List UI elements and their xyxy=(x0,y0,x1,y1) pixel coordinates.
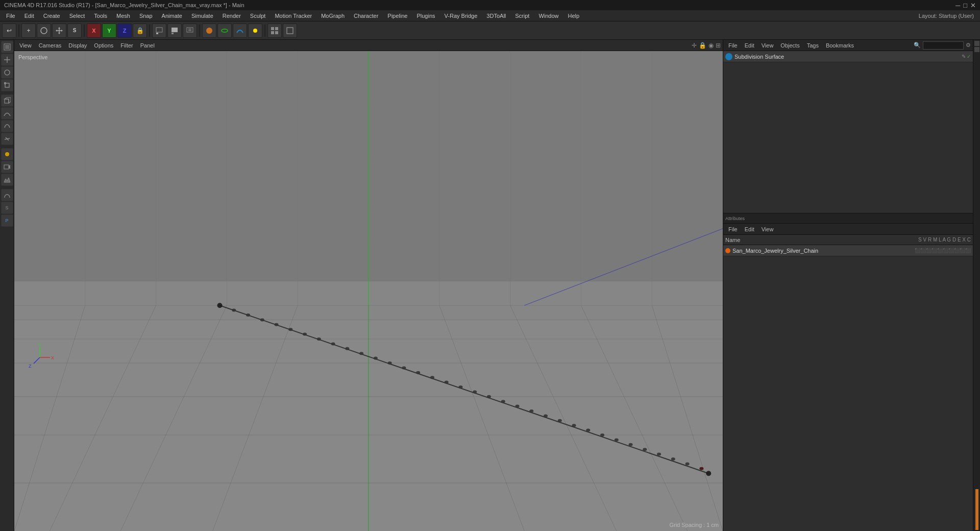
menu-vray-bridge[interactable]: V-Ray Bridge xyxy=(440,12,482,20)
vp-display-menu[interactable]: Display xyxy=(65,41,90,50)
svg-point-89 xyxy=(600,433,604,437)
menu-script[interactable]: Script xyxy=(511,12,533,20)
check-icon[interactable]: ✓ xyxy=(967,54,971,59)
sidebar-scale-tool[interactable] xyxy=(1,79,13,91)
sphere-btn[interactable] xyxy=(202,23,216,38)
attr-object-item[interactable]: San_Marco_Jewelry_Silver_Chain ⬛⬛⬛⬛⬛⬛⬛⬛⬛… xyxy=(723,245,973,256)
attr-edit-menu[interactable]: Edit xyxy=(742,225,757,233)
vp-filter-menu[interactable]: Filter xyxy=(117,41,136,50)
obj-icons-strip: ⬛⬛⬛⬛⬛⬛⬛⬛⬛⬛ xyxy=(915,248,971,253)
svg-point-8 xyxy=(206,28,212,34)
strip-btn-2[interactable] xyxy=(974,47,979,52)
strip-btn-1[interactable] xyxy=(974,41,979,46)
sidebar-rotate-tool[interactable] xyxy=(1,66,13,79)
subdivision-surface-item[interactable]: Subdivision Surface ✎ ✓ xyxy=(723,51,973,62)
menu-render[interactable]: Render xyxy=(218,12,245,20)
obj-bookmarks-menu[interactable]: Bookmarks xyxy=(823,41,857,50)
sidebar-terrain-btn[interactable] xyxy=(1,174,13,186)
menu-simulate[interactable]: Simulate xyxy=(187,12,217,20)
menu-3dtoall[interactable]: 3DToAll xyxy=(482,12,510,20)
menu-help[interactable]: Help xyxy=(564,12,584,20)
x-axis-btn[interactable]: X xyxy=(87,23,101,38)
vp-icon-lock[interactable]: 🔒 xyxy=(699,42,706,49)
viewport-canvas[interactable]: Perspective Grid Spacing : 1 cm xyxy=(14,51,723,531)
sidebar-light-btn[interactable] xyxy=(1,148,13,160)
layout-label: Layout: Startup (User) xyxy=(919,13,978,19)
vp-options-menu[interactable]: Options xyxy=(91,41,116,50)
sidebar-deform-btn[interactable] xyxy=(1,133,13,145)
close-btn[interactable]: ✕ xyxy=(970,2,976,9)
sidebar-camera-btn[interactable] xyxy=(1,161,13,173)
menu-character[interactable]: Character xyxy=(350,12,382,20)
menu-create[interactable]: Create xyxy=(39,12,64,20)
sidebar-select-tool[interactable] xyxy=(1,41,13,53)
vp-icon-layout[interactable]: ⊞ xyxy=(716,42,721,49)
new-scene-btn[interactable]: + xyxy=(21,23,36,38)
attr-view-menu[interactable]: View xyxy=(758,225,777,233)
attr-file-menu[interactable]: File xyxy=(725,225,741,233)
vp-icon-render[interactable]: ◉ xyxy=(708,42,714,49)
menu-window[interactable]: Window xyxy=(534,12,562,20)
obj-edit-menu[interactable]: Edit xyxy=(742,41,757,50)
sidebar-cube-btn[interactable] xyxy=(1,94,13,107)
viewport-svg: X Y Z xyxy=(14,51,723,531)
y-axis-btn[interactable]: Y xyxy=(102,23,116,38)
obj-btn[interactable] xyxy=(37,23,51,38)
edit-icon[interactable]: ✎ xyxy=(962,54,966,59)
menu-snap[interactable]: Snap xyxy=(135,12,157,20)
menu-edit[interactable]: Edit xyxy=(20,12,38,20)
lock-btn[interactable]: 🔒 xyxy=(133,23,147,38)
menu-plugins[interactable]: Plugins xyxy=(412,12,439,20)
torus-btn[interactable] xyxy=(217,23,232,38)
vp-view-menu[interactable]: View xyxy=(16,41,35,50)
view-mode-btn[interactable] xyxy=(267,23,282,38)
svg-point-90 xyxy=(615,438,619,441)
obj-view-menu[interactable]: View xyxy=(758,41,777,50)
render-settings-btn[interactable] xyxy=(183,23,197,38)
svg-point-79 xyxy=(458,385,462,389)
menu-mesh[interactable]: Mesh xyxy=(112,12,134,20)
menu-select[interactable]: Select xyxy=(65,12,89,20)
menu-animate[interactable]: Animate xyxy=(158,12,186,20)
vp-icon-crosshair[interactable]: ✛ xyxy=(692,42,697,49)
vp-cameras-menu[interactable]: Cameras xyxy=(36,41,65,50)
obj-objects-menu[interactable]: Objects xyxy=(777,41,802,50)
svg-point-86 xyxy=(558,419,562,422)
svg-text:X: X xyxy=(51,355,54,360)
sidebar-bezier-btn[interactable] xyxy=(1,189,13,201)
sidebar-move-tool[interactable] xyxy=(1,54,13,66)
move-btn[interactable] xyxy=(52,23,66,38)
obj-search-input[interactable] xyxy=(923,41,964,50)
svg-point-97 xyxy=(706,471,711,476)
render-region-btn[interactable] xyxy=(152,23,166,38)
svg-rect-4 xyxy=(172,33,174,34)
menu-pipeline[interactable]: Pipeline xyxy=(383,12,411,20)
separator3 xyxy=(149,25,150,37)
undo-btn[interactable]: ↩ xyxy=(2,23,16,38)
obj-file-menu[interactable]: File xyxy=(725,41,741,50)
menu-sculpt[interactable]: Sculpt xyxy=(246,12,270,20)
search-icon: 🔍 xyxy=(914,42,921,49)
scale-btn[interactable]: S xyxy=(67,23,82,38)
sweep-btn[interactable] xyxy=(233,23,247,38)
fullscreen-btn[interactable] xyxy=(283,23,297,38)
menu-mograph[interactable]: MoGraph xyxy=(317,12,349,20)
light-btn[interactable] xyxy=(248,23,262,38)
sidebar-spline-btn[interactable] xyxy=(1,107,13,119)
sidebar-nurbs-btn[interactable] xyxy=(1,120,13,132)
z-axis-btn[interactable]: Z xyxy=(117,23,132,38)
menu-tools[interactable]: Tools xyxy=(90,12,111,20)
render-btn[interactable] xyxy=(167,23,182,38)
minimize-btn[interactable]: ─ xyxy=(955,2,960,9)
sidebar-python-btn[interactable]: P xyxy=(1,214,13,227)
obj-tags-menu[interactable]: Tags xyxy=(804,41,822,50)
vp-panel-menu[interactable]: Panel xyxy=(137,41,158,50)
search-settings-icon[interactable]: ⚙ xyxy=(966,42,971,49)
menu-motion-tracker[interactable]: Motion Tracker xyxy=(271,12,316,20)
svg-point-82 xyxy=(501,400,505,403)
attr-header-name: Name xyxy=(725,237,918,243)
maximize-btn[interactable]: □ xyxy=(963,2,967,9)
menu-file[interactable]: File xyxy=(2,12,19,20)
sidebar-script-btn[interactable]: S xyxy=(1,202,13,214)
orange-strip[interactable] xyxy=(975,489,978,530)
